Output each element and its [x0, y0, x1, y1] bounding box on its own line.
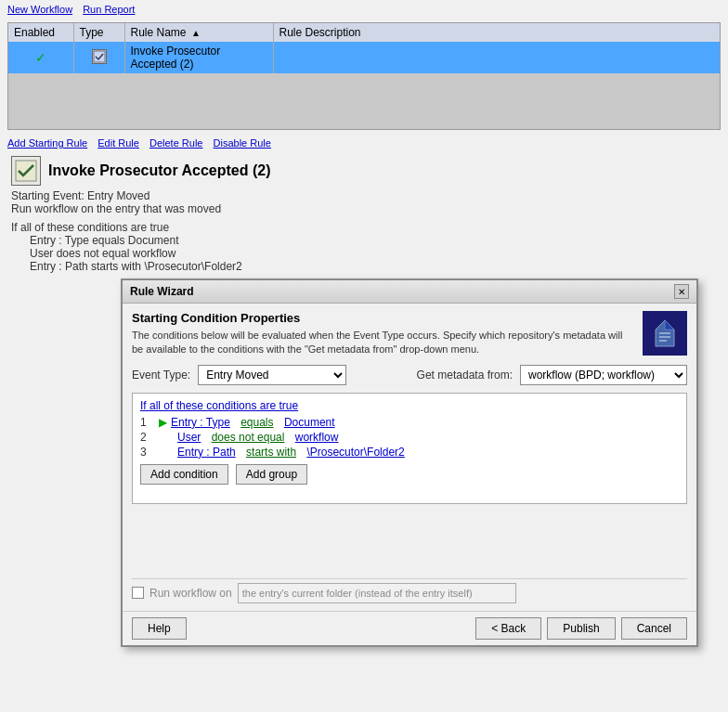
rules-table-container: Enabled Type Rule Name ▲ Rule Descriptio… — [7, 22, 721, 130]
cond-sp-3b — [300, 446, 303, 459]
enabled-cell: ✓ — [8, 42, 73, 73]
dialog-close-button[interactable]: ✕ — [674, 284, 689, 299]
publish-button[interactable]: Publish — [547, 617, 615, 640]
dialog-body: Starting Condition Properties The condit… — [123, 304, 696, 611]
svg-rect-0 — [94, 51, 105, 62]
cond-num-1: 1 — [140, 416, 155, 429]
breadcrumb-links: New Workflow Run Report — [0, 0, 728, 19]
footer-left: Help — [132, 617, 187, 640]
cond-op-link-3[interactable]: starts with — [246, 446, 296, 459]
cond-op-link-1[interactable]: equals — [240, 416, 273, 429]
cond-sp-2b — [288, 431, 291, 444]
rule-name-cell: Invoke Prosecutor Accepted (2) — [124, 42, 273, 73]
conditions-box: If all of these conditions are true 1 ▶ … — [132, 393, 687, 504]
dialog-description: The conditions below will be evaluated w… — [132, 329, 687, 357]
dialog-title: Rule Wizard — [130, 285, 194, 298]
wizard-icon — [643, 311, 687, 356]
cond-sp-1 — [278, 416, 280, 429]
add-buttons: Add condition Add group — [140, 464, 679, 485]
rule-detail-section: Invoke Prosecutor Accepted (2) Starting … — [0, 152, 728, 277]
cond-op-link-2[interactable]: does not equal — [212, 431, 285, 444]
cond-val-1[interactable]: Document — [284, 416, 335, 429]
event-type-row: Event Type: Entry Moved Entry Created En… — [132, 365, 687, 385]
condition-line-3: Entry : Path starts with \Prosecutor\Fol… — [11, 260, 717, 273]
rule-detail-icon — [11, 156, 41, 186]
col-type: Type — [73, 23, 124, 42]
condition-line-2: User does not equal workflow — [11, 247, 717, 260]
condition-row-1: 1 ▶ Entry : Type equals Document — [140, 416, 679, 429]
disable-rule-link[interactable]: Disable Rule — [214, 137, 271, 149]
conditions-header-link[interactable]: If all of these conditions are true — [140, 399, 298, 412]
table-row[interactable]: ✓ Invoke Prosecutor Accepted (2) — [8, 42, 720, 73]
cond-op-1 — [234, 416, 237, 429]
col-enabled: Enabled — [8, 23, 73, 42]
metadata-select[interactable]: workflow (BPD; workflow) — [520, 365, 687, 385]
rule-wizard-dialog: Rule Wizard ✕ Starting Condition Propert… — [121, 278, 698, 647]
cond-field-3[interactable]: Entry : Path — [177, 446, 236, 459]
cond-sp-3a — [240, 446, 242, 459]
empty-rows — [8, 73, 720, 129]
delete-rule-link[interactable]: Delete Rule — [150, 137, 202, 149]
run-report-link[interactable]: Run Report — [83, 4, 135, 15]
cond-val-3[interactable]: \Prosecutor\Folder2 — [306, 446, 404, 459]
rule-starting-event: Starting Event: Entry Moved Run workflow… — [11, 189, 717, 215]
condition-line-1: Entry : Type equals Document — [11, 234, 717, 247]
metadata-label: Get metadata from: — [417, 369, 513, 382]
cond-num-3: 3 — [140, 446, 155, 459]
cond-arrow-1: ▶ — [159, 416, 167, 429]
dialog-footer: Help < Back Publish Cancel — [123, 611, 696, 645]
cancel-button[interactable]: Cancel — [621, 617, 687, 640]
add-condition-button[interactable]: Add condition — [140, 464, 228, 485]
cond-num-2: 2 — [140, 431, 155, 444]
cond-val-2[interactable]: workflow — [295, 431, 339, 444]
rule-type-icon — [92, 49, 107, 64]
cond-field-1[interactable]: Entry : Type — [171, 416, 230, 429]
condition-row-3: 3 Entry : Path starts with \Prosecutor\F… — [140, 446, 679, 459]
dialog-titlebar: Rule Wizard ✕ — [123, 280, 696, 304]
back-button[interactable]: < Back — [475, 617, 541, 640]
check-icon: ✓ — [35, 50, 46, 65]
add-group-button[interactable]: Add group — [236, 464, 307, 485]
rule-detail-header: Invoke Prosecutor Accepted (2) — [11, 156, 717, 186]
run-workflow-checkbox[interactable] — [132, 587, 144, 599]
cond-sp-2a — [204, 431, 207, 444]
col-description: Rule Description — [273, 23, 720, 42]
run-workflow-row: Run workflow on — [132, 578, 687, 603]
rule-detail-title: Invoke Prosecutor Accepted (2) — [48, 162, 270, 179]
type-cell — [73, 42, 124, 73]
rule-conditions-section: If all of these conditions are true Entr… — [11, 221, 717, 273]
run-workflow-input[interactable] — [238, 583, 516, 603]
rule-actions-bar: Add Starting Rule Edit Rule Delete Rule … — [0, 134, 728, 152]
help-button[interactable]: Help — [132, 617, 187, 640]
rule-desc-cell — [273, 42, 720, 73]
rules-table: Enabled Type Rule Name ▲ Rule Descriptio… — [8, 23, 720, 129]
col-rulename: Rule Name ▲ — [124, 23, 273, 42]
new-workflow-link[interactable]: New Workflow — [7, 4, 72, 15]
event-type-label: Event Type: — [132, 369, 190, 382]
event-type-select[interactable]: Entry Moved Entry Created Entry Modified — [198, 365, 346, 385]
footer-right: < Back Publish Cancel — [475, 617, 687, 640]
edit-rule-link[interactable]: Edit Rule — [98, 137, 139, 149]
condition-row-2: 2 User does not equal workflow — [140, 431, 679, 444]
dialog-section-title: Starting Condition Properties — [132, 311, 687, 325]
add-starting-rule-link[interactable]: Add Starting Rule — [7, 137, 87, 149]
run-workflow-label: Run workflow on — [150, 587, 232, 600]
cond-field-2[interactable]: User — [177, 431, 201, 444]
sort-arrow: ▲ — [191, 28, 201, 38]
